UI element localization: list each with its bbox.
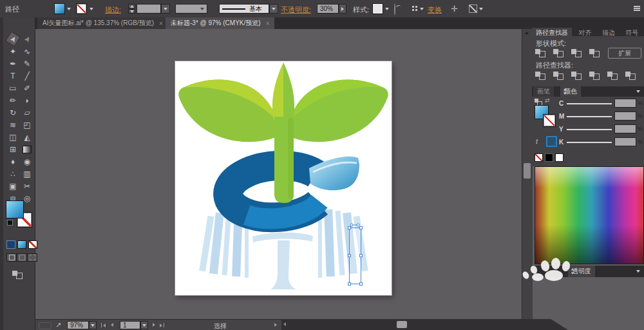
channel-c-value[interactable] [614,99,636,108]
horizontal-scrollbar[interactable] [281,319,568,330]
stroke-weight-up-stepper[interactable] [128,4,135,8]
next-artboard-button[interactable] [153,323,155,327]
export-icon[interactable]: ↗ [55,321,61,329]
default-fill-stroke-icon[interactable] [7,220,13,226]
tab-align[interactable]: 对齐 [574,28,595,36]
type-tool[interactable]: T [7,70,19,81]
stroke-color-swatch[interactable] [76,3,87,14]
minus-back-button[interactable] [625,71,636,81]
column-graph-tool[interactable]: ▥ [21,168,33,179]
canvas-area[interactable] [35,29,522,319]
white-swatch[interactable] [555,153,564,162]
prev-artboard-button[interactable] [111,323,113,327]
tab-symbols[interactable]: 符号 [621,28,642,36]
stroke-weight-field[interactable] [137,4,161,14]
zoom-field[interactable]: 97% [67,321,89,329]
symbol-sprayer-tool[interactable]: ∴ [7,168,19,179]
opacity-arrow[interactable] [339,4,346,14]
brush-definition-dropdown[interactable]: 基本 [219,4,269,14]
gradient-mode-button[interactable] [17,240,26,249]
artboard-tool[interactable]: ▣ [7,180,19,191]
tab-close-icon[interactable]: × [159,20,163,27]
tab-brushes[interactable]: 画笔 [533,86,554,97]
expand-arrows-icon[interactable]: ✛ [451,4,458,14]
zoom-dropdown[interactable] [89,321,97,329]
direct-selection-tool[interactable]: ➤ [19,31,35,46]
selection-tool[interactable]: ➤ [5,31,21,46]
color-spectrum[interactable] [535,166,644,264]
channel-y-slider[interactable] [567,129,612,130]
transform-link[interactable]: 变换 [428,5,442,15]
panel-menu-icon[interactable] [634,6,640,7]
opacity-field[interactable]: 30% [317,4,339,14]
color-panel-menu-icon[interactable] [636,90,640,93]
fill-proxy-swatch[interactable] [6,200,24,218]
paintbrush-tool[interactable]: ✐ [21,82,33,93]
tab-color[interactable]: 颜色 [560,86,581,97]
tab-transparency[interactable]: 透明度 [568,266,595,277]
eyedropper-tool[interactable]: ♦ [7,156,19,167]
stroke-dropdown-icon[interactable] [90,8,93,10]
channel-m-value[interactable] [614,112,636,121]
tab-close-icon[interactable]: × [266,20,270,27]
gradient-tool[interactable] [21,144,33,155]
color-stroke-proxy[interactable] [543,114,556,127]
width-profile-dropdown[interactable] [175,4,207,14]
perspective-grid-tool[interactable]: ◭ [21,131,33,142]
blob-brush-tool[interactable]: ◗ [21,95,33,106]
curvature-tool[interactable]: ✎ [21,58,33,69]
draw-behind-button[interactable] [17,253,27,262]
line-segment-tool[interactable]: ╱ [21,70,33,81]
lasso-tool[interactable]: ∿ [21,46,33,57]
constrain-icon[interactable]: t [536,137,538,145]
tab-stroke[interactable]: 描边 [598,28,619,36]
merge-button[interactable] [571,71,582,81]
stroke-weight-link[interactable]: 描边: [105,5,121,15]
width-tool[interactable]: ≋ [7,119,19,130]
tab-untitled-3[interactable]: 未标题-3* @ 97% (CMYK/预览) × [166,17,274,29]
pencil-tool[interactable]: ✏ [7,95,19,106]
screen-mode-icon[interactable] [12,271,23,279]
scroll-up-icon[interactable] [525,32,529,34]
swap-fill-stroke-icon[interactable]: ⇄ [545,97,550,104]
status-expand-icon[interactable] [274,323,277,327]
slice-tool[interactable]: ✂ [21,180,33,191]
channel-k-value[interactable] [614,137,636,146]
draw-normal-button[interactable] [6,253,17,262]
fill-dropdown-icon[interactable] [67,8,71,10]
isolate-dropdown-icon[interactable] [479,8,483,10]
channel-k-slider[interactable] [567,142,612,143]
intersect-button[interactable] [571,48,582,58]
expand-button[interactable]: 扩展 [608,48,641,59]
shape-builder-tool[interactable]: ◫ [7,131,19,142]
artboard-dropdown[interactable] [140,321,148,329]
artboard-number-field[interactable]: 1 [120,321,140,329]
brush-definition-arrow[interactable] [269,4,278,14]
first-artboard-button[interactable] [101,323,106,327]
stroke-weight-down-stepper[interactable] [128,9,135,14]
scroll-left-icon[interactable] [283,322,286,326]
trim-button[interactable] [553,71,564,81]
outline-button[interactable] [607,71,618,81]
channel-y-value[interactable] [614,124,636,133]
recolor-artwork-icon[interactable] [394,3,395,15]
scale-tool[interactable]: ▱ [21,107,33,118]
unite-button[interactable] [535,48,546,58]
horizontal-scroll-thumb[interactable] [397,321,407,328]
exclude-button[interactable] [589,48,600,58]
last-artboard-button[interactable] [160,323,164,327]
pen-tool[interactable]: ✒ [7,58,19,69]
style-dropdown-icon[interactable] [385,8,389,10]
active-plane-icon[interactable] [546,136,557,147]
magic-wand-tool[interactable]: ✦ [7,46,19,57]
rectangle-tool[interactable]: ▭ [7,82,19,93]
tab-ai-vector-icon[interactable]: AI矢量图标.ai* @ 135.37% (RGB/预览) × [37,17,168,29]
tab-pathfinder[interactable]: 路径查找器 [532,28,572,36]
black-swatch[interactable] [545,153,553,162]
crop-button[interactable] [589,71,600,81]
isolate-selected-icon[interactable] [469,5,477,13]
stroke-weight-dropdown[interactable] [161,4,170,14]
divide-button[interactable] [535,71,546,81]
channel-m-slider[interactable] [567,116,612,117]
free-transform-tool[interactable]: ◰ [21,119,33,130]
